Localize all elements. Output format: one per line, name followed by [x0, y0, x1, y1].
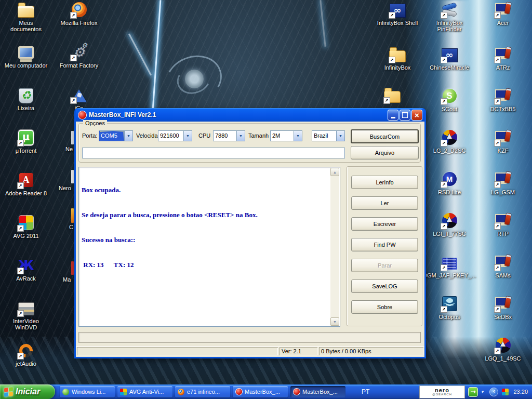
language-indicator[interactable]: PT	[358, 384, 373, 399]
dropdown-arrow-icon[interactable]	[183, 131, 192, 141]
toolbar-caret-icon[interactable]	[481, 389, 484, 394]
dropdown-arrow-icon[interactable]	[124, 131, 132, 141]
hidden-icon-label-fragment[interactable]: C	[69, 224, 73, 230]
region-select[interactable]: Brazil	[312, 130, 345, 141]
shortcut-arrow-icon	[441, 307, 447, 312]
task-label: AVG Anti-Vi...	[129, 389, 164, 395]
dropdown-arrow-icon[interactable]	[336, 131, 344, 141]
desktop-icon-meus-documentos[interactable]: Meus documentos	[4, 1, 48, 32]
desktop-icon-kzf[interactable]: KZF	[481, 129, 525, 154]
desktop-icon-utorrent[interactable]: μTorrent	[4, 129, 48, 154]
tamanho-select[interactable]: 2M	[270, 130, 302, 141]
tray-clock[interactable]: 23:20	[512, 389, 528, 395]
masterbox-app-icon	[78, 111, 86, 119]
desktop-icon-meu-computador[interactable]: Meu computador	[4, 44, 48, 69]
search-go-arrow-icon[interactable]	[468, 387, 478, 397]
taskbar-item-masterbox-1[interactable]: MasterBox_...	[233, 386, 288, 397]
task-buttons: Windows Li... AVG Anti-Vi... e71 infineo…	[60, 386, 345, 397]
lerinfo-button[interactable]: LerInfo	[351, 176, 418, 189]
ler-button[interactable]: Ler	[351, 196, 418, 210]
desktop-icon-lg-2-d2sc[interactable]: LG_2_D2SC	[428, 129, 471, 154]
findpw-label: Find PW	[374, 242, 395, 248]
desktop-icon-firefox[interactable]: Mozilla Firefox	[57, 1, 101, 26]
desktop-icon-windvd[interactable]: InterVideo WinDVD	[4, 299, 48, 330]
cpu-select[interactable]: 7880	[213, 130, 245, 141]
hidden-icon-label-fragment[interactable]: Nero	[59, 185, 71, 191]
status-bar: Ver: 2.1 0 Bytes / 0.00 KBps	[76, 346, 424, 356]
log-output-area[interactable]: Box ocupada. Se deseja parar a busca, pr…	[78, 167, 340, 327]
desktop-icon-infinitybox-shell[interactable]: InfinityBox Shell	[376, 1, 419, 26]
icon-label: Octopus	[439, 314, 460, 320]
desktop-icon-lgq-1-49sc[interactable]: LGQ_1_49SC	[481, 337, 525, 362]
velocidade-select[interactable]: 921600	[158, 130, 192, 141]
desktop-icon-sams[interactable]: SAMs	[481, 254, 525, 278]
avg-tray-icon[interactable]	[501, 388, 509, 396]
icon-label: ChineseMiracle	[430, 64, 469, 71]
icon-label: Mozilla Firefox	[61, 20, 98, 26]
start-button[interactable]: Iniciar	[0, 384, 55, 399]
desktop-icon-infinitybox-pinfinder[interactable]: InfinityBox PinFinder	[428, 1, 471, 32]
savelog-label: SaveLOG	[372, 283, 397, 289]
task-label: MasterBox_...	[245, 389, 280, 395]
desktop-icon-lgi-ii-77sc[interactable]: LGI_II_77SC	[428, 212, 471, 237]
shortcut-arrow-icon	[18, 353, 23, 359]
dropdown-arrow-icon[interactable]	[236, 131, 245, 141]
desktop-icon-avg-2011[interactable]: AVG 2011	[4, 214, 48, 239]
desktop-icon-scout[interactable]: SCout	[428, 87, 471, 112]
taskbar-item-browser[interactable]: e71 infineo...	[175, 386, 230, 397]
avg-icon	[119, 388, 127, 396]
desktop-icon-acer[interactable]: Acer	[481, 1, 525, 26]
escrever-button[interactable]: Escrever	[351, 217, 418, 231]
arquivo-button[interactable]: Arquivo	[351, 146, 419, 159]
desktop-icon-sedbx[interactable]: SeDBx	[481, 295, 525, 320]
scroll-down-icon[interactable]	[330, 317, 339, 326]
desktop-icon-ico[interactable]: iCo	[57, 86, 101, 111]
log-text: Box ocupada. Se deseja parar a busca, pr…	[82, 169, 328, 286]
window-titlebar[interactable]: MasterBox_INFI Ver2.1	[76, 108, 424, 122]
nero-search-box[interactable]: nero @SEARCH	[419, 385, 465, 398]
desktop-icon-rtp[interactable]: RTP	[481, 212, 525, 237]
findpw-button[interactable]: Find PW	[351, 238, 418, 251]
minimize-button[interactable]	[388, 110, 398, 121]
icon-label: Acer	[497, 20, 509, 26]
desktop-icon-format-factory[interactable]: Format Factory	[57, 44, 101, 69]
file-path-input[interactable]	[82, 148, 345, 158]
shortcut-arrow-icon	[18, 183, 23, 189]
taskbar-item-masterbox-2-active[interactable]: MasterBox_...	[290, 386, 345, 397]
desktop-icon-rsd-lite[interactable]: RSD Lite	[428, 170, 471, 195]
hidden-icon-label-fragment[interactable]: Ma	[63, 276, 71, 283]
hub-decoration	[185, 70, 204, 88]
desktop-icon-adobe-reader[interactable]: Adobe Reader 8	[4, 171, 48, 196]
hidden-icon-label-fragment[interactable]: Ne	[65, 146, 73, 152]
maximize-button[interactable]	[400, 110, 410, 121]
shortcut-arrow-icon	[441, 182, 447, 188]
dropdown-arrow-icon[interactable]	[294, 131, 302, 141]
tray-collapse-chevron-icon[interactable]	[489, 388, 498, 396]
desktop-icon-octopus[interactable]: Octopus	[428, 295, 471, 320]
desktop-icon-dgm-jaf-pkey[interactable]: DGM_JAF_PKEY_...	[428, 254, 471, 278]
desktop-icon-avrack[interactable]: AvRack	[4, 257, 48, 282]
close-button[interactable]	[411, 110, 422, 121]
scroll-up-icon[interactable]	[330, 168, 339, 176]
tamanho-value: 2M	[271, 131, 294, 141]
taskbar-item-avg[interactable]: AVG Anti-Vi...	[117, 386, 172, 397]
porta-select[interactable]: COM5	[99, 130, 133, 141]
desktop-icon-lixeira[interactable]: Lixeira	[4, 86, 48, 111]
desktop-icon-folder-behind-window[interactable]	[370, 86, 414, 105]
arquivo-label: Arquivo	[375, 150, 394, 156]
nero-logo-text: nero	[435, 388, 449, 393]
desktop-icon-chinesemiracle[interactable]: ChineseMiracle	[428, 46, 471, 71]
desktop-icon-atrz[interactable]: ATRz	[481, 46, 525, 71]
velocidade-value: 921600	[158, 131, 183, 141]
sobre-button[interactable]: Sobre	[351, 300, 418, 314]
savelog-button[interactable]: SaveLOG	[351, 280, 418, 293]
desktop-icon-lg-gsm[interactable]: LG_GSM	[481, 170, 525, 195]
taskbar-item-windows-live[interactable]: Windows Li...	[60, 386, 115, 397]
log-scrollbar[interactable]	[330, 168, 339, 326]
hidden-icon-sliver	[71, 261, 74, 275]
desktop-icon-infinitybox-folder[interactable]: InfinityBox	[376, 46, 419, 71]
buscarcom-button[interactable]: BuscarCom	[351, 129, 419, 143]
desktop-icon-jetaudio[interactable]: jetAudio	[4, 342, 48, 367]
icon-label: InterVideo WinDVD	[4, 318, 48, 330]
desktop-icon-dctxbb5[interactable]: DCTxBB5	[481, 87, 525, 112]
